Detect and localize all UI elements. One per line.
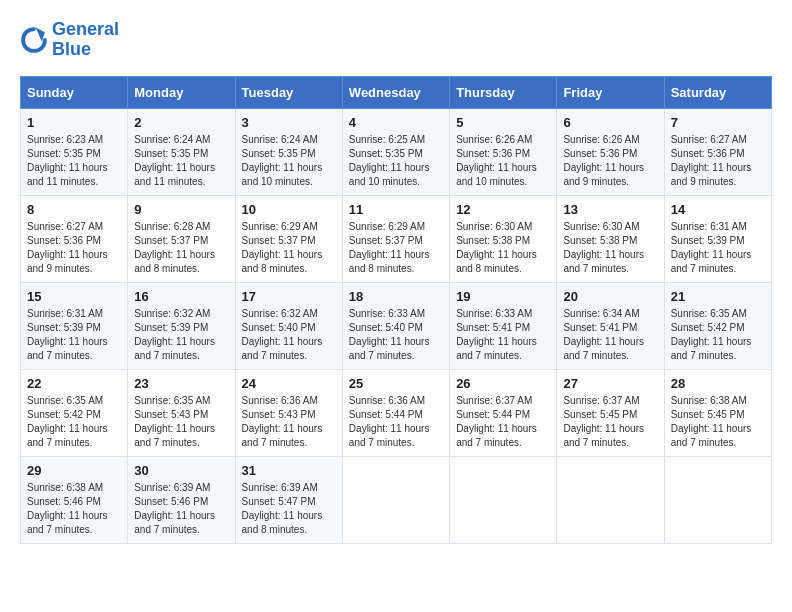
cell-sunset: Sunset: 5:35 PM	[349, 148, 423, 159]
cell-daylight: Daylight: 11 hours and 8 minutes.	[242, 510, 323, 535]
cell-sunrise: Sunrise: 6:36 AM	[242, 395, 318, 406]
weekday-header: Thursday	[450, 76, 557, 108]
calendar-day-cell: 19 Sunrise: 6:33 AM Sunset: 5:41 PM Dayl…	[450, 282, 557, 369]
cell-sunrise: Sunrise: 6:31 AM	[27, 308, 103, 319]
calendar-day-cell: 8 Sunrise: 6:27 AM Sunset: 5:36 PM Dayli…	[21, 195, 128, 282]
cell-sunrise: Sunrise: 6:25 AM	[349, 134, 425, 145]
cell-sunset: Sunset: 5:35 PM	[27, 148, 101, 159]
page-header: General Blue	[20, 20, 772, 60]
day-number: 15	[27, 289, 121, 304]
cell-daylight: Daylight: 11 hours and 9 minutes.	[27, 249, 108, 274]
cell-sunrise: Sunrise: 6:30 AM	[456, 221, 532, 232]
calendar-day-cell: 12 Sunrise: 6:30 AM Sunset: 5:38 PM Dayl…	[450, 195, 557, 282]
day-number: 30	[134, 463, 228, 478]
calendar-day-cell: 21 Sunrise: 6:35 AM Sunset: 5:42 PM Dayl…	[664, 282, 771, 369]
calendar-week-row: 29 Sunrise: 6:38 AM Sunset: 5:46 PM Dayl…	[21, 456, 772, 543]
calendar-day-cell: 18 Sunrise: 6:33 AM Sunset: 5:40 PM Dayl…	[342, 282, 449, 369]
cell-sunset: Sunset: 5:38 PM	[456, 235, 530, 246]
cell-daylight: Daylight: 11 hours and 7 minutes.	[134, 510, 215, 535]
cell-sunset: Sunset: 5:39 PM	[671, 235, 745, 246]
calendar-day-cell: 30 Sunrise: 6:39 AM Sunset: 5:46 PM Dayl…	[128, 456, 235, 543]
weekday-header: Sunday	[21, 76, 128, 108]
day-number: 14	[671, 202, 765, 217]
cell-daylight: Daylight: 11 hours and 7 minutes.	[27, 336, 108, 361]
cell-sunrise: Sunrise: 6:35 AM	[27, 395, 103, 406]
calendar-day-cell: 25 Sunrise: 6:36 AM Sunset: 5:44 PM Dayl…	[342, 369, 449, 456]
cell-daylight: Daylight: 11 hours and 8 minutes.	[349, 249, 430, 274]
cell-sunrise: Sunrise: 6:37 AM	[456, 395, 532, 406]
cell-sunset: Sunset: 5:43 PM	[134, 409, 208, 420]
cell-sunrise: Sunrise: 6:29 AM	[242, 221, 318, 232]
cell-sunrise: Sunrise: 6:33 AM	[349, 308, 425, 319]
cell-sunset: Sunset: 5:37 PM	[242, 235, 316, 246]
cell-sunrise: Sunrise: 6:35 AM	[134, 395, 210, 406]
cell-daylight: Daylight: 11 hours and 8 minutes.	[242, 249, 323, 274]
cell-sunrise: Sunrise: 6:32 AM	[242, 308, 318, 319]
cell-daylight: Daylight: 11 hours and 7 minutes.	[349, 336, 430, 361]
cell-sunset: Sunset: 5:36 PM	[563, 148, 637, 159]
day-number: 16	[134, 289, 228, 304]
calendar-day-cell: 5 Sunrise: 6:26 AM Sunset: 5:36 PM Dayli…	[450, 108, 557, 195]
cell-sunrise: Sunrise: 6:34 AM	[563, 308, 639, 319]
calendar-day-cell: 28 Sunrise: 6:38 AM Sunset: 5:45 PM Dayl…	[664, 369, 771, 456]
calendar-day-cell: 24 Sunrise: 6:36 AM Sunset: 5:43 PM Dayl…	[235, 369, 342, 456]
calendar-day-cell: 29 Sunrise: 6:38 AM Sunset: 5:46 PM Dayl…	[21, 456, 128, 543]
cell-sunrise: Sunrise: 6:37 AM	[563, 395, 639, 406]
cell-sunset: Sunset: 5:39 PM	[134, 322, 208, 333]
calendar-day-cell: 20 Sunrise: 6:34 AM Sunset: 5:41 PM Dayl…	[557, 282, 664, 369]
calendar-week-row: 1 Sunrise: 6:23 AM Sunset: 5:35 PM Dayli…	[21, 108, 772, 195]
weekday-header: Tuesday	[235, 76, 342, 108]
cell-daylight: Daylight: 11 hours and 7 minutes.	[456, 423, 537, 448]
cell-sunset: Sunset: 5:42 PM	[27, 409, 101, 420]
weekday-header: Wednesday	[342, 76, 449, 108]
cell-sunrise: Sunrise: 6:26 AM	[563, 134, 639, 145]
cell-daylight: Daylight: 11 hours and 7 minutes.	[134, 423, 215, 448]
day-number: 8	[27, 202, 121, 217]
cell-sunrise: Sunrise: 6:39 AM	[134, 482, 210, 493]
calendar-day-cell: 31 Sunrise: 6:39 AM Sunset: 5:47 PM Dayl…	[235, 456, 342, 543]
cell-sunset: Sunset: 5:39 PM	[27, 322, 101, 333]
cell-daylight: Daylight: 11 hours and 9 minutes.	[671, 162, 752, 187]
day-number: 6	[563, 115, 657, 130]
day-number: 31	[242, 463, 336, 478]
calendar-day-cell: 13 Sunrise: 6:30 AM Sunset: 5:38 PM Dayl…	[557, 195, 664, 282]
cell-daylight: Daylight: 11 hours and 7 minutes.	[134, 336, 215, 361]
cell-sunset: Sunset: 5:36 PM	[456, 148, 530, 159]
calendar-table: SundayMondayTuesdayWednesdayThursdayFrid…	[20, 76, 772, 544]
calendar-day-cell: 22 Sunrise: 6:35 AM Sunset: 5:42 PM Dayl…	[21, 369, 128, 456]
logo: General Blue	[20, 20, 119, 60]
day-number: 28	[671, 376, 765, 391]
day-number: 2	[134, 115, 228, 130]
calendar-day-cell: 2 Sunrise: 6:24 AM Sunset: 5:35 PM Dayli…	[128, 108, 235, 195]
cell-daylight: Daylight: 11 hours and 10 minutes.	[242, 162, 323, 187]
day-number: 10	[242, 202, 336, 217]
calendar-day-cell: 4 Sunrise: 6:25 AM Sunset: 5:35 PM Dayli…	[342, 108, 449, 195]
cell-daylight: Daylight: 11 hours and 7 minutes.	[242, 336, 323, 361]
cell-sunrise: Sunrise: 6:29 AM	[349, 221, 425, 232]
cell-daylight: Daylight: 11 hours and 7 minutes.	[671, 336, 752, 361]
cell-sunrise: Sunrise: 6:24 AM	[134, 134, 210, 145]
cell-daylight: Daylight: 11 hours and 9 minutes.	[563, 162, 644, 187]
cell-sunset: Sunset: 5:37 PM	[134, 235, 208, 246]
cell-sunset: Sunset: 5:35 PM	[242, 148, 316, 159]
cell-daylight: Daylight: 11 hours and 7 minutes.	[563, 249, 644, 274]
calendar-day-cell: 1 Sunrise: 6:23 AM Sunset: 5:35 PM Dayli…	[21, 108, 128, 195]
cell-sunset: Sunset: 5:40 PM	[349, 322, 423, 333]
cell-sunrise: Sunrise: 6:27 AM	[671, 134, 747, 145]
cell-sunset: Sunset: 5:45 PM	[671, 409, 745, 420]
cell-sunrise: Sunrise: 6:30 AM	[563, 221, 639, 232]
cell-daylight: Daylight: 11 hours and 7 minutes.	[671, 423, 752, 448]
cell-sunset: Sunset: 5:41 PM	[563, 322, 637, 333]
calendar-day-cell	[557, 456, 664, 543]
day-number: 3	[242, 115, 336, 130]
weekday-header: Friday	[557, 76, 664, 108]
calendar-day-cell: 7 Sunrise: 6:27 AM Sunset: 5:36 PM Dayli…	[664, 108, 771, 195]
cell-sunset: Sunset: 5:44 PM	[456, 409, 530, 420]
cell-daylight: Daylight: 11 hours and 8 minutes.	[456, 249, 537, 274]
cell-sunset: Sunset: 5:46 PM	[134, 496, 208, 507]
calendar-day-cell	[664, 456, 771, 543]
day-number: 26	[456, 376, 550, 391]
cell-sunset: Sunset: 5:38 PM	[563, 235, 637, 246]
cell-sunrise: Sunrise: 6:24 AM	[242, 134, 318, 145]
day-number: 9	[134, 202, 228, 217]
